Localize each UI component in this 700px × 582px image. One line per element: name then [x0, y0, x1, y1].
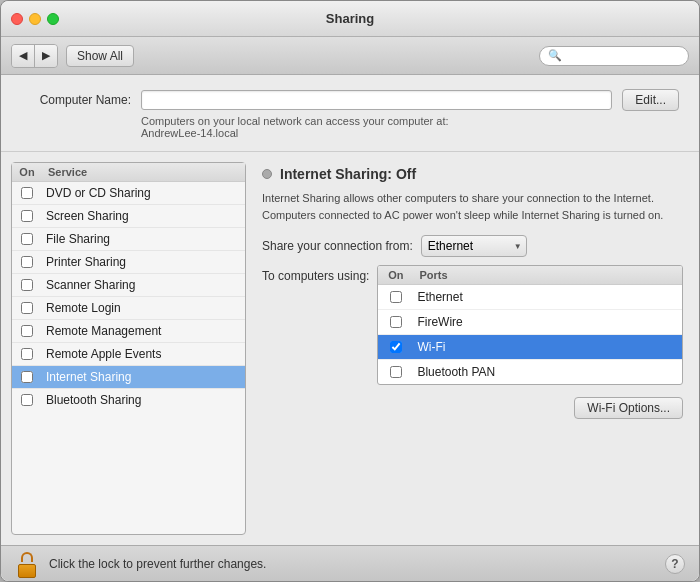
port-item-firewire-port[interactable]: FireWire [378, 310, 682, 335]
share-from-row: Share your connection from: Ethernet Wi-… [262, 235, 683, 257]
port-name-wifi-port: Wi-Fi [413, 340, 449, 354]
service-check-file-sharing[interactable] [21, 233, 33, 245]
share-from-select-wrapper: Ethernet Wi-Fi FireWire Bluetooth PAN [421, 235, 527, 257]
ports-list: Ethernet FireWire Wi-Fi Bluetooth PAN [378, 285, 682, 384]
service-name-remote-apple-events: Remote Apple Events [42, 347, 165, 361]
computer-name-sub: Computers on your local network can acce… [21, 115, 679, 139]
port-name-ethernet-port: Ethernet [413, 290, 466, 304]
service-name-screen-sharing: Screen Sharing [42, 209, 133, 223]
ports-header-port-label: Ports [413, 266, 453, 284]
service-checkbox-remote-login[interactable] [12, 302, 42, 314]
close-button[interactable] [11, 13, 23, 25]
ports-header: On Ports [378, 266, 682, 285]
service-checkbox-screen-sharing[interactable] [12, 210, 42, 222]
maximize-button[interactable] [47, 13, 59, 25]
service-item-internet-sharing[interactable]: Internet Sharing [12, 366, 245, 389]
minimize-button[interactable] [29, 13, 41, 25]
computer-name-sub-text: Computers on your local network can acce… [141, 115, 679, 139]
service-name-dvd-sharing: DVD or CD Sharing [42, 186, 155, 200]
service-item-bluetooth-sharing[interactable]: Bluetooth Sharing [12, 389, 245, 411]
service-checkbox-internet-sharing[interactable] [12, 371, 42, 383]
service-name-scanner-sharing: Scanner Sharing [42, 278, 139, 292]
service-checkbox-file-sharing[interactable] [12, 233, 42, 245]
share-from-label: Share your connection from: [262, 239, 413, 253]
port-check-firewire-port[interactable] [390, 316, 402, 328]
service-checkbox-remote-management[interactable] [12, 325, 42, 337]
lock-body [18, 564, 36, 578]
port-check-wifi-port[interactable] [390, 341, 402, 353]
service-name-remote-login: Remote Login [42, 301, 125, 315]
search-input[interactable] [566, 50, 680, 62]
computer-name-section: Computer Name: Edit... Computers on your… [1, 75, 699, 152]
service-checkbox-printer-sharing[interactable] [12, 256, 42, 268]
show-all-button[interactable]: Show All [66, 45, 134, 67]
port-checkbox-wifi-port[interactable] [378, 341, 413, 353]
back-button[interactable]: ◀ [12, 45, 35, 67]
port-checkbox-ethernet-port[interactable] [378, 291, 413, 303]
services-list: DVD or CD Sharing Screen Sharing File Sh… [12, 182, 245, 534]
service-check-bluetooth-sharing[interactable] [21, 394, 33, 406]
service-check-screen-sharing[interactable] [21, 210, 33, 222]
computer-name-input[interactable] [141, 90, 612, 110]
port-check-bluetooth-pan-port[interactable] [390, 366, 402, 378]
toolbar: ◀ ▶ Show All 🔍 [1, 37, 699, 75]
port-checkbox-firewire-port[interactable] [378, 316, 413, 328]
service-check-remote-management[interactable] [21, 325, 33, 337]
bottom-bar: Click the lock to prevent further change… [1, 545, 699, 581]
service-check-dvd-sharing[interactable] [21, 187, 33, 199]
to-computers-label: To computers using: [262, 265, 369, 283]
service-checkbox-bluetooth-sharing[interactable] [12, 394, 42, 406]
computer-name-label: Computer Name: [21, 93, 131, 107]
edit-button[interactable]: Edit... [622, 89, 679, 111]
service-name-printer-sharing: Printer Sharing [42, 255, 130, 269]
service-check-scanner-sharing[interactable] [21, 279, 33, 291]
main-content: On Service DVD or CD Sharing Screen Shar… [1, 152, 699, 545]
service-name-remote-management: Remote Management [42, 324, 165, 338]
port-check-ethernet-port[interactable] [390, 291, 402, 303]
service-check-internet-sharing[interactable] [21, 371, 33, 383]
port-item-bluetooth-pan-port[interactable]: Bluetooth PAN [378, 360, 682, 384]
ports-table: On Ports Ethernet FireWire Wi-Fi Blueto [377, 265, 683, 385]
service-item-scanner-sharing[interactable]: Scanner Sharing [12, 274, 245, 297]
ports-header-on-label: On [378, 266, 413, 284]
service-item-screen-sharing[interactable]: Screen Sharing [12, 205, 245, 228]
share-from-select[interactable]: Ethernet Wi-Fi FireWire Bluetooth PAN [421, 235, 527, 257]
status-dot [262, 169, 272, 179]
service-checkbox-scanner-sharing[interactable] [12, 279, 42, 291]
wifi-options-button[interactable]: Wi-Fi Options... [574, 397, 683, 419]
to-computers-row: To computers using: On Ports Ethernet Fi… [262, 265, 683, 385]
service-checkbox-dvd-sharing[interactable] [12, 187, 42, 199]
service-check-remote-apple-events[interactable] [21, 348, 33, 360]
window-title: Sharing [326, 11, 374, 26]
port-item-ethernet-port[interactable]: Ethernet [378, 285, 682, 310]
service-check-remote-login[interactable] [21, 302, 33, 314]
service-title: Internet Sharing: Off [280, 166, 416, 182]
main-body: Computer Name: Edit... Computers on your… [1, 75, 699, 545]
lock-shackle [21, 552, 33, 562]
nav-buttons: ◀ ▶ [11, 44, 58, 68]
services-header-on: On [12, 163, 42, 181]
service-item-remote-login[interactable]: Remote Login [12, 297, 245, 320]
service-item-file-sharing[interactable]: File Sharing [12, 228, 245, 251]
service-name-bluetooth-sharing: Bluetooth Sharing [42, 393, 145, 407]
computer-name-row: Computer Name: Edit... [21, 89, 679, 111]
port-checkbox-bluetooth-pan-port[interactable] [378, 366, 413, 378]
port-item-wifi-port[interactable]: Wi-Fi [378, 335, 682, 360]
service-checkbox-remote-apple-events[interactable] [12, 348, 42, 360]
window: Sharing ◀ ▶ Show All 🔍 Computer Name: Ed… [0, 0, 700, 582]
service-item-remote-apple-events[interactable]: Remote Apple Events [12, 343, 245, 366]
lock-icon[interactable] [15, 550, 39, 578]
service-item-dvd-sharing[interactable]: DVD or CD Sharing [12, 182, 245, 205]
service-item-printer-sharing[interactable]: Printer Sharing [12, 251, 245, 274]
services-header: On Service [12, 163, 245, 182]
services-header-service: Service [42, 163, 93, 181]
detail-panel: Internet Sharing: Off Internet Sharing a… [246, 152, 699, 545]
service-item-remote-management[interactable]: Remote Management [12, 320, 245, 343]
services-panel: On Service DVD or CD Sharing Screen Shar… [11, 162, 246, 535]
forward-button[interactable]: ▶ [35, 45, 57, 67]
bottom-lock-text: Click the lock to prevent further change… [49, 557, 266, 571]
help-button[interactable]: ? [665, 554, 685, 574]
port-name-bluetooth-pan-port: Bluetooth PAN [413, 365, 499, 379]
service-name-file-sharing: File Sharing [42, 232, 114, 246]
service-check-printer-sharing[interactable] [21, 256, 33, 268]
